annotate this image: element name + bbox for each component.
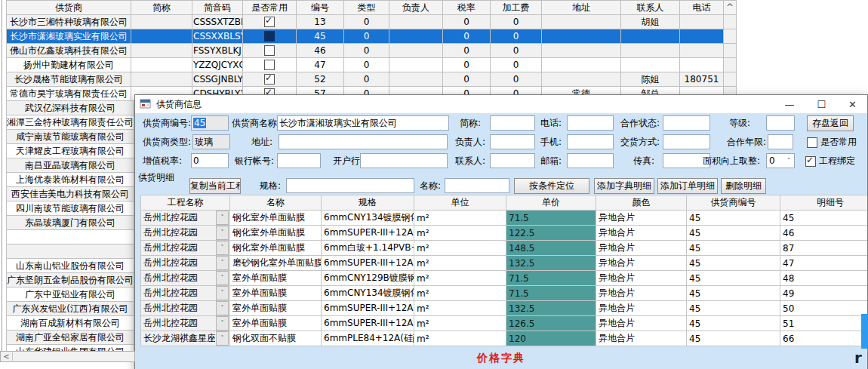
project-combobox[interactable]: 岳州北控花园˅: [141, 241, 229, 255]
detail-color-cell[interactable]: 异地合片: [596, 226, 687, 241]
checkbox-icon[interactable]: [264, 60, 275, 70]
bg-table-row[interactable]: 扬州中勤建材有限公司YZZQJCYXGS47000: [7, 58, 737, 72]
supplier-list-item[interactable]: 湖南百成新材料有限公司: [6, 316, 134, 331]
supplier-list-item[interactable]: 广东中亚铝业有限公司: [6, 288, 134, 302]
checkbox-checked-icon[interactable]: [805, 156, 816, 167]
detail-supplier-id-cell[interactable]: 45: [687, 211, 780, 226]
detail-name-cell[interactable]: 钢化双面不贴膜: [230, 331, 322, 346]
detail-table-row[interactable]: 岳州北控花园˅室外单面贴膜6mmSUPER-III+12A(硅...m²126.…: [141, 316, 868, 331]
bg-table-row[interactable]: 长沙晟格节能玻璃有限公司CSSGJNBLYXGS52000陈姐180751: [7, 72, 737, 87]
supplier-list-item[interactable]: 东晶玻璃厦门有限公司: [6, 216, 134, 230]
supplier-list-item[interactable]: 山东南山铝业股份有限公司: [6, 259, 134, 273]
phone-field[interactable]: [567, 115, 614, 131]
detail-id-cell[interactable]: 47: [780, 256, 868, 271]
detail-name-cell[interactable]: 磨砂钢化室外单面贴膜: [230, 256, 322, 271]
detail-unit-cell[interactable]: m²: [414, 286, 506, 301]
detail-price-cell[interactable]: 132.5: [506, 301, 596, 316]
project-combobox[interactable]: 岳州北控花园˅: [141, 211, 229, 225]
detail-id-cell[interactable]: 51: [780, 316, 868, 331]
project-combobox[interactable]: 岳州北控花园˅: [141, 226, 229, 240]
abbr-field[interactable]: [490, 115, 535, 131]
project-combobox[interactable]: 岳州北控花园˅: [141, 256, 229, 270]
project-combobox[interactable]: 岳州北控花园˅: [141, 301, 229, 315]
detail-name-cell[interactable]: 钢化室外单面贴膜: [230, 241, 322, 256]
detail-id-cell[interactable]: 87: [780, 241, 868, 256]
supplier-list-item[interactable]: 咸宁南玻节能玻璃有限公司: [6, 130, 134, 144]
detail-table-row[interactable]: 岳州北控花园˅钢化室外单面贴膜6mm白玻+1.14PVB+6mm...m²148…: [141, 241, 868, 256]
common-checkbox-cell[interactable]: [243, 29, 297, 44]
supplier-list-item[interactable]: [6, 230, 134, 244]
detail-spec-cell[interactable]: 6mmSUPER-III+12A(硅...: [322, 226, 414, 241]
supplier-id-field[interactable]: 45: [191, 115, 229, 131]
detail-name-cell[interactable]: 钢化室外单面贴膜: [230, 211, 322, 226]
contact-field[interactable]: [490, 153, 535, 168]
locate-by-condition-button[interactable]: 按条件定位: [514, 178, 589, 194]
detail-spec-cell[interactable]: 6mmCNY129B镀膜钢化: [322, 271, 414, 286]
scrollbar-track[interactable]: [724, 15, 737, 29]
supplier-list-item[interactable]: 广东兴发铝业(江西)有限公司: [6, 302, 134, 316]
bg-table-row[interactable]: 长沙市三湘特种玻璃有限公司CSSSXTZBL...13000胡姐: [7, 15, 737, 29]
detail-supplier-id-cell[interactable]: 45: [687, 316, 780, 331]
project-combo-cell[interactable]: 岳州北控花园˅: [141, 226, 230, 241]
checkbox-icon[interactable]: [264, 31, 275, 42]
detail-color-cell[interactable]: 异地合片: [596, 241, 687, 256]
delete-detail-button[interactable]: 删除明细: [721, 178, 766, 194]
project-combobox[interactable]: 长沙龙湖祺鑫星座˅: [141, 331, 229, 346]
email-field[interactable]: [567, 153, 614, 168]
detail-id-cell[interactable]: 50: [780, 301, 868, 316]
save-return-button[interactable]: 存盘返回: [807, 115, 854, 131]
project-combo-cell[interactable]: 岳州北控花园˅: [141, 286, 230, 301]
detail-unit-cell[interactable]: m²: [414, 316, 506, 331]
spec-filter-input[interactable]: [286, 178, 414, 193]
common-use-checkbox[interactable]: 是否常用: [807, 134, 857, 149]
detail-id-cell[interactable]: 49: [780, 286, 868, 301]
coop-years-field[interactable]: [768, 134, 793, 149]
detail-price-cell[interactable]: 71.5: [506, 211, 596, 226]
supplier-list-item[interactable]: 湖南广亚全铝家居有限公司: [6, 331, 134, 345]
chevron-down-icon[interactable]: ˅: [216, 211, 229, 225]
chevron-down-icon[interactable]: ˅: [216, 226, 229, 240]
scroll-left-icon[interactable]: <: [1, 352, 13, 361]
detail-supplier-id-cell[interactable]: 45: [687, 241, 780, 256]
project-combo-cell[interactable]: 岳州北控花园˅: [141, 271, 230, 286]
supplier-list-item[interactable]: 广东坚朗五金制品股份有限公司: [6, 273, 134, 288]
detail-supplier-id-cell[interactable]: 45: [687, 226, 780, 241]
horizontal-scrollbar[interactable]: <: [0, 351, 135, 362]
supplier-list-item[interactable]: 南昌亚晶玻璃有限公司: [6, 158, 134, 173]
detail-id-cell[interactable]: 46: [780, 226, 868, 241]
detail-color-cell[interactable]: 异地合片: [596, 286, 687, 301]
supplier-list-item[interactable]: 天津耀皮工程玻璃有限公司: [6, 144, 134, 158]
chevron-down-icon[interactable]: ˅: [216, 271, 229, 285]
detail-unit-cell[interactable]: m²: [414, 331, 506, 346]
supplier-list-item[interactable]: 西安佳吉美电力科技有限公司: [6, 187, 134, 201]
supplier-list-item[interactable]: 四川南玻节能玻璃有限公司: [6, 201, 134, 216]
leader-field[interactable]: [490, 134, 535, 149]
detail-unit-cell[interactable]: m²: [414, 256, 506, 271]
common-checkbox-cell[interactable]: [243, 15, 297, 29]
detail-color-cell[interactable]: 异地合片: [596, 331, 687, 346]
detail-table-row[interactable]: 岳州北控花园˅磨砂钢化室外单面贴膜6mmSUPER-III+12A(硅...m²…: [141, 256, 868, 271]
detail-color-cell[interactable]: 异地合片: [596, 316, 687, 331]
detail-id-cell[interactable]: 48: [780, 271, 868, 286]
detail-price-cell[interactable]: 71.5: [506, 286, 596, 301]
project-combobox[interactable]: 岳州北控花园˅: [141, 286, 229, 300]
detail-price-cell[interactable]: 120: [506, 331, 596, 346]
add-order-detail-button[interactable]: 添加订单明细: [657, 178, 718, 194]
detail-spec-cell[interactable]: 6mmSUPER-III+12A(硅...: [322, 301, 414, 316]
detail-color-cell[interactable]: 异地合片: [596, 271, 687, 286]
project-binding-checkbox[interactable]: 工程绑定: [805, 153, 855, 168]
checkbox-icon[interactable]: [807, 137, 817, 148]
detail-spec-cell[interactable]: 6mmPLE84+12A(硅酮胶...: [322, 331, 414, 346]
detail-table-row[interactable]: 岳州北控花园˅钢化室外单面贴膜6mmSUPER-III+12A(硅...m²12…: [141, 226, 868, 241]
bank-field[interactable]: [360, 153, 448, 168]
maximize-icon[interactable]: ☐: [817, 99, 826, 110]
detail-supplier-id-cell[interactable]: 45: [687, 271, 780, 286]
detail-spec-cell[interactable]: 6mm白玻+1.14PVB+6mm...: [322, 241, 414, 256]
detail-price-cell[interactable]: 148.5: [506, 241, 596, 256]
detail-spec-cell[interactable]: 6mmSUPER-III+12A(硅...: [322, 256, 414, 271]
detail-table-row[interactable]: 岳州北控花园˅室外单面贴膜6mmSUPER-III+12A(硅...m²132.…: [141, 301, 868, 316]
copy-current-project-button[interactable]: 复制当前工程: [189, 178, 241, 194]
project-combo-cell[interactable]: 岳州北控花园˅: [141, 211, 230, 226]
mobile-field[interactable]: [567, 134, 614, 149]
detail-price-cell[interactable]: 122.5: [506, 226, 596, 241]
